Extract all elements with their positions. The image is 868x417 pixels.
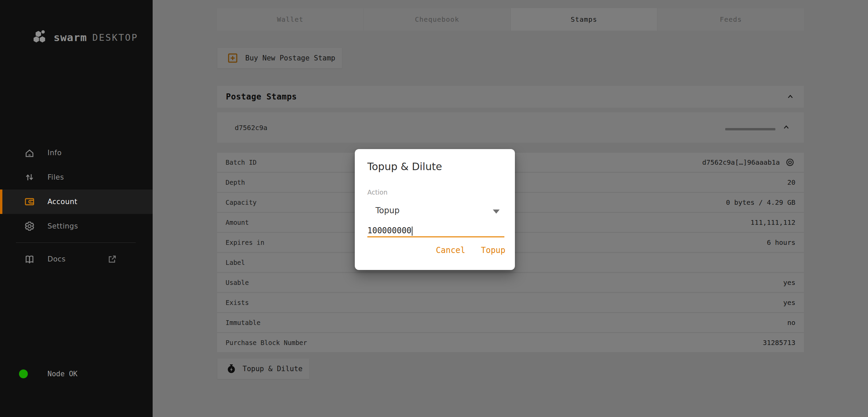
swap-vert-icon [24, 171, 35, 183]
text-caret [412, 226, 412, 236]
cancel-button[interactable]: Cancel [436, 246, 465, 255]
home-icon [24, 147, 35, 159]
swarm-logo-icon [33, 30, 48, 45]
sidebar-item-info[interactable]: Info [0, 141, 153, 165]
sidebar-item-label: Settings [47, 222, 78, 230]
logo-brand-text: swarm [54, 31, 87, 43]
node-status-dot [19, 369, 28, 378]
topup-dilute-dialog: Topup & Dilute Action Topup 100000000 Ca… [355, 149, 515, 270]
sidebar-item-account[interactable]: Account [0, 189, 153, 214]
book-icon [24, 253, 35, 265]
action-field-label: Action [367, 188, 388, 196]
sidebar-item-settings[interactable]: Settings [0, 214, 153, 238]
action-select[interactable]: Topup [367, 203, 504, 220]
logo-suffix-text: DESKTOP [92, 32, 138, 43]
dialog-title: Topup & Dilute [367, 161, 442, 173]
sidebar-item-docs[interactable]: Docs [0, 247, 153, 271]
node-status-label: Node OK [47, 370, 78, 378]
amount-input[interactable]: 100000000 [367, 223, 504, 237]
chevron-down-icon [493, 210, 500, 214]
amount-input-value: 100000000 [367, 226, 411, 235]
wallet-icon [24, 196, 35, 207]
dialog-actions: Cancel Topup [436, 246, 505, 255]
input-focus-underline [367, 236, 504, 237]
action-select-value: Topup [375, 206, 400, 215]
node-status: Node OK [19, 369, 78, 378]
gear-icon [24, 220, 35, 232]
sidebar-item-files[interactable]: Files [0, 165, 153, 189]
app-logo: swarm DESKTOP [33, 30, 138, 45]
sidebar-item-label: Account [47, 198, 77, 206]
sidebar-item-label: Files [47, 173, 64, 181]
sidebar-nav: Info Files Account [0, 141, 153, 238]
confirm-topup-button[interactable]: Topup [481, 246, 505, 255]
external-link-icon[interactable] [107, 254, 117, 264]
sidebar-divider [16, 242, 136, 243]
sidebar-item-label: Info [47, 149, 62, 157]
sidebar: swarm DESKTOP Info Files [0, 0, 153, 417]
sidebar-item-label: Docs [47, 255, 66, 263]
